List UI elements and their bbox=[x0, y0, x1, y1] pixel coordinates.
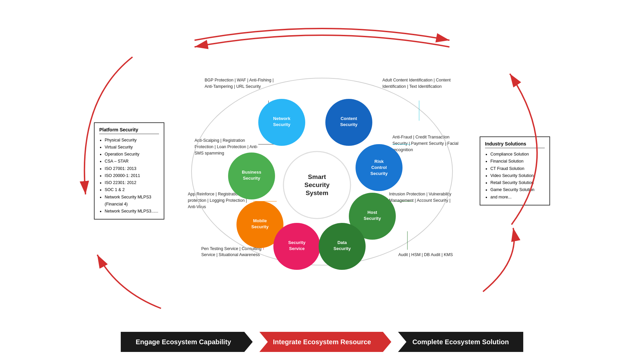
svg-text:Host: Host bbox=[368, 210, 378, 215]
svg-text:Security: Security bbox=[273, 122, 290, 127]
platform-security-item: Operation Security bbox=[105, 151, 159, 158]
svg-text:Security: Security bbox=[251, 224, 269, 229]
platform-security-item: ISO 20000-1: 2011 bbox=[105, 172, 159, 179]
industry-solutions-panel: Industry Solutions Compliance SolutionFi… bbox=[480, 136, 550, 205]
svg-text:Control: Control bbox=[371, 165, 387, 170]
svg-text:Content: Content bbox=[340, 116, 357, 121]
svg-text:Risk: Risk bbox=[374, 159, 384, 164]
svg-text:Smart: Smart bbox=[308, 173, 326, 180]
industry-solution-item: Retail Security Solution bbox=[490, 179, 545, 186]
platform-security-item: Physical Security bbox=[105, 137, 159, 144]
bottom-banner: Engage Ecosystem Capability Integrate Ec… bbox=[121, 332, 523, 352]
platform-security-item: Network Security MLPS3...... bbox=[105, 208, 159, 215]
svg-text:System: System bbox=[306, 189, 328, 196]
main-layout: Platform Security Physical SecurityVirtu… bbox=[0, 0, 644, 362]
industry-solution-item: Compliance Solution bbox=[490, 151, 545, 158]
svg-text:Security: Security bbox=[288, 240, 306, 245]
industry-solution-item: Video Security Solution bbox=[490, 172, 545, 179]
svg-text:Security: Security bbox=[243, 176, 260, 181]
banner-middle: Integrate Ecosystem Resource bbox=[253, 332, 391, 352]
platform-security-title: Platform Security bbox=[99, 127, 159, 134]
svg-text:Network: Network bbox=[273, 116, 290, 121]
svg-text:Business: Business bbox=[242, 170, 261, 175]
platform-security-item: Virtual Security bbox=[105, 144, 159, 151]
industry-solutions-title: Industry Solutions bbox=[485, 141, 545, 148]
svg-text:Mobile: Mobile bbox=[253, 218, 267, 223]
banner-left: Engage Ecosystem Capability bbox=[121, 332, 253, 352]
industry-solution-item: Game Security Solution bbox=[490, 186, 545, 193]
industry-solution-item: Financial Solution bbox=[490, 158, 545, 165]
svg-text:Service: Service bbox=[289, 246, 305, 251]
platform-security-item: CSA – STAR bbox=[105, 158, 159, 165]
svg-text:Security: Security bbox=[340, 122, 358, 127]
platform-security-item: ISO 22301: 2012 bbox=[105, 179, 159, 186]
platform-security-item: Network Security MLPS3 (Financial 4) bbox=[105, 194, 159, 208]
industry-solutions-list: Compliance SolutionFinancial SolutionCT … bbox=[485, 151, 545, 201]
svg-text:Security: Security bbox=[370, 171, 388, 176]
industry-solution-item: CT Fraud Solution bbox=[490, 165, 545, 172]
platform-security-item: SOC 1 & 2 bbox=[105, 186, 159, 193]
banner-right: Complete Ecosystem Solution bbox=[391, 332, 523, 352]
svg-text:Security: Security bbox=[333, 246, 351, 251]
industry-solution-item: and more... bbox=[490, 194, 545, 201]
platform-security-list: Physical SecurityVirtual SecurityOperati… bbox=[99, 137, 159, 215]
svg-text:Security: Security bbox=[364, 216, 381, 221]
diagram-area: BGP Protection | WAF | Anti-Fishing | An… bbox=[178, 60, 466, 302]
platform-security-panel: Platform Security Physical SecurityVirtu… bbox=[94, 122, 164, 220]
svg-text:Data: Data bbox=[337, 240, 347, 245]
svg-text:Security: Security bbox=[305, 181, 330, 188]
platform-security-item: ISO 27001: 2013 bbox=[105, 165, 159, 172]
